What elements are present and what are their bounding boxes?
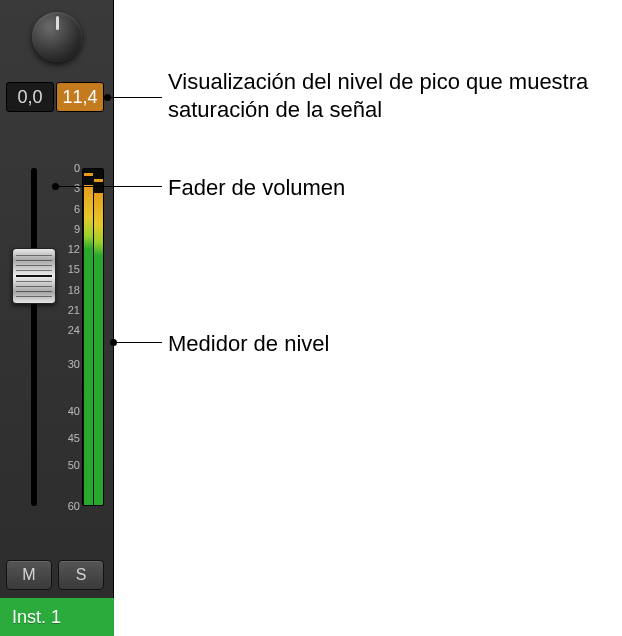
scale-15: 15 <box>68 263 80 275</box>
scale-45: 45 <box>68 432 80 444</box>
pan-knob[interactable] <box>32 12 82 62</box>
scale-12: 12 <box>68 243 80 255</box>
peak-level-right-clipping[interactable]: 11,4 <box>56 82 104 112</box>
track-name-label[interactable]: Inst. 1 <box>0 598 114 636</box>
scale-6: 6 <box>74 203 80 215</box>
peak-level-left[interactable]: 0,0 <box>6 82 54 112</box>
callout-fader: Fader de volumen <box>168 174 345 202</box>
scale-24: 24 <box>68 324 80 336</box>
scale-0: 0 <box>74 162 80 174</box>
scale-3: 3 <box>74 182 80 194</box>
scale-18: 18 <box>68 284 80 296</box>
meter-peak-left <box>84 173 93 176</box>
meter-peak-right <box>94 179 103 182</box>
callout-meter: Medidor de nivel <box>168 330 329 358</box>
callout-line-peak <box>108 97 162 98</box>
fader-cap[interactable] <box>12 248 56 304</box>
scale-40: 40 <box>68 405 80 417</box>
channel-strip: 0,0 11,4 0 3 6 9 12 15 18 21 24 30 40 45… <box>0 0 114 636</box>
meter-bar-left <box>84 185 93 505</box>
level-meter <box>82 168 104 506</box>
meter-bar-right <box>94 193 103 505</box>
level-readouts: 0,0 11,4 <box>6 82 104 112</box>
scale-21: 21 <box>68 304 80 316</box>
callout-line-fader <box>56 186 162 187</box>
meter-scale: 0 3 6 9 12 15 18 21 24 30 40 45 50 60 <box>58 168 80 506</box>
callout-peak: Visualización del nivel de pico que mues… <box>168 68 608 123</box>
mute-solo-row: M S <box>6 560 104 590</box>
solo-button[interactable]: S <box>58 560 104 590</box>
scale-50: 50 <box>68 459 80 471</box>
mute-button[interactable]: M <box>6 560 52 590</box>
volume-fader[interactable] <box>14 168 54 506</box>
callout-line-meter <box>114 342 162 343</box>
scale-60: 60 <box>68 500 80 512</box>
scale-30: 30 <box>68 358 80 370</box>
scale-9: 9 <box>74 223 80 235</box>
fader-slot <box>31 168 37 506</box>
